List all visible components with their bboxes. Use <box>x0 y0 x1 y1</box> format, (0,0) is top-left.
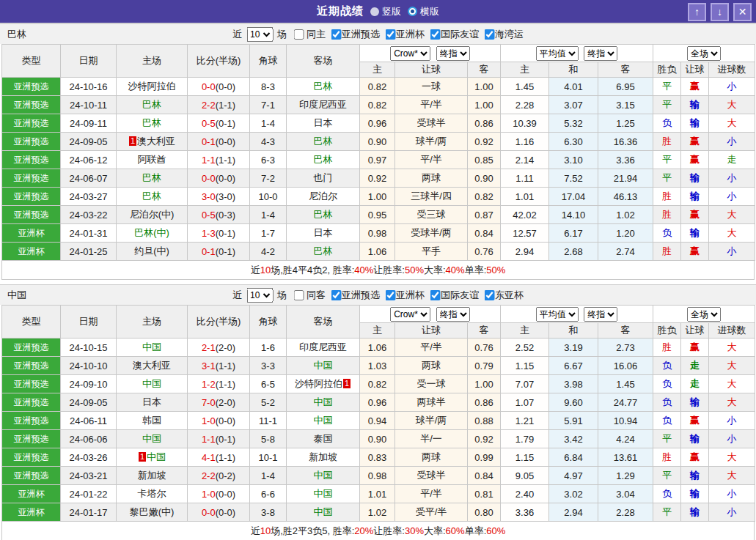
competition-checkbox[interactable] <box>385 290 395 300</box>
match-date-cell: 24-03-26 <box>61 448 117 467</box>
fulltime-score: 2-1 <box>202 342 216 353</box>
sub-header-wdl: 胜负 <box>653 323 681 339</box>
result-goals-cell: 大 <box>709 448 755 467</box>
competition-checkbox[interactable] <box>484 290 494 300</box>
fulltime-score: 0-1 <box>202 246 216 257</box>
match-date-cell: 24-09-10 <box>61 375 117 393</box>
avg-home-odds-cell: 1.15 <box>501 357 549 375</box>
col-header-home: 主场 <box>117 45 188 78</box>
avg-draw-odds-cell: 7.52 <box>549 169 598 188</box>
result-handicap-cell: 输 <box>681 169 709 188</box>
corners-cell: 7-2 <box>250 169 287 188</box>
radio-unselected-icon[interactable] <box>370 7 379 16</box>
competition-type-cell: 亚洲杯 <box>2 224 61 243</box>
avg-draw-odds-cell: 3.42 <box>549 430 598 448</box>
result-wdl-cell: 胜 <box>653 206 681 224</box>
crow-away-odds-cell: 0.90 <box>468 169 501 188</box>
avg-draw-odds-cell: 4.97 <box>549 467 598 485</box>
home-team-cell: 中国 <box>117 375 188 393</box>
away-team-cell: 中国 <box>287 412 360 430</box>
avg-draw-odds-cell: 2.68 <box>549 243 598 261</box>
result-goals-cell: 小 <box>709 78 755 96</box>
period-select[interactable]: 全场 <box>687 307 721 322</box>
sub-header-handicap: 让球 <box>681 323 709 339</box>
odds-stage-select[interactable]: 终指 <box>436 307 470 322</box>
avg-draw-odds-cell: 9.60 <box>549 393 598 412</box>
match-date-cell: 24-09-11 <box>61 114 117 133</box>
odds-stage-select[interactable]: 终指 <box>436 46 470 61</box>
average-select[interactable]: 平均值 <box>536 46 579 61</box>
recent-count-select[interactable]: 10 <box>246 27 273 42</box>
close-button[interactable]: ✕ <box>733 3 752 21</box>
match-date-cell: 24-01-31 <box>61 224 117 243</box>
halftime-score: (0-1) <box>216 434 235 445</box>
crow-away-odds-cell: 0.81 <box>468 485 501 503</box>
home-team-cell: 黎巴嫩(中) <box>117 503 188 522</box>
result-handicap-cell: 输 <box>681 503 709 522</box>
match-row: 亚洲预选 24-03-22 尼泊尔(中) 0-5(0-3) 1-4 巴林 0.9… <box>2 206 755 224</box>
competition-type-cell: 亚洲预选 <box>2 375 61 393</box>
odds-stage-select-2[interactable]: 终指 <box>584 307 617 322</box>
away-team-name: 也门 <box>314 172 333 183</box>
away-team-cell: 中国 <box>287 485 360 503</box>
halftime-score: (1-1) <box>216 379 235 390</box>
result-goals-cell: 小 <box>709 188 755 206</box>
same-venue-checkbox[interactable] <box>293 29 304 40</box>
average-group-header: 平均值 终指 <box>501 45 653 62</box>
result-wdl-cell: 胜 <box>653 188 681 206</box>
odds-stage-select-2[interactable]: 终指 <box>584 46 617 61</box>
recent-prefix-label: 近 <box>232 28 242 41</box>
result-handicap-cell: 输 <box>681 114 709 133</box>
corners-cell: 6-5 <box>250 375 287 393</box>
layout-radio-vertical[interactable]: 竖版 <box>370 5 401 18</box>
competition-checkbox[interactable] <box>331 290 341 300</box>
crow-home-odds-cell: 1.02 <box>360 503 395 522</box>
avg-away-odds-cell: 3.36 <box>598 151 653 169</box>
result-wdl-cell: 胜 <box>653 243 681 261</box>
matches-table: 类型 日期 主场 比分(半场) 角球 客场 Crow* 终指 平均值 终指 <box>1 305 755 522</box>
filter-bar: 近 10 场 同客 亚洲预选 亚洲杯 国际友谊 东亚杯 <box>232 288 524 303</box>
result-wdl-cell: 平 <box>653 151 681 169</box>
score-cell: 1-0(0-0) <box>188 485 250 503</box>
match-row: 亚洲预选 24-10-16 沙特阿拉伯 0-0(0-0) 8-3 巴林 0.82… <box>2 78 755 96</box>
bookmaker-select[interactable]: Crow* <box>390 46 430 61</box>
section-header: 巴林 近 10 场 同主 亚洲预选 亚洲杯 国际友谊 海湾运 <box>0 23 756 44</box>
home-team-name: 黎巴嫩(中) <box>130 506 175 517</box>
competition-checkbox[interactable] <box>331 29 341 40</box>
average-select[interactable]: 平均值 <box>536 307 579 322</box>
layout-radio-horizontal[interactable]: 横版 <box>408 5 439 18</box>
sub-header-crow-line: 让球 <box>395 62 468 78</box>
score-cell: 1-3(0-1) <box>188 224 250 243</box>
match-row: 亚洲预选 24-03-27 巴林 3-0(3-0) 10-0 尼泊尔 1.00 … <box>2 188 755 206</box>
result-goals-cell: 小 <box>709 169 755 188</box>
fulltime-score: 4-1 <box>202 452 216 463</box>
crow-home-odds-cell: 0.96 <box>360 114 395 133</box>
avg-draw-odds-cell: 6.30 <box>549 133 598 151</box>
competition-checkbox[interactable] <box>430 290 440 300</box>
fulltime-score: 1-2 <box>202 379 216 390</box>
home-team-name: 阿联酋 <box>138 154 166 165</box>
competition-checkbox[interactable] <box>484 29 494 40</box>
same-venue-checkbox[interactable] <box>293 290 304 300</box>
competition-checkbox[interactable] <box>385 29 395 40</box>
score-cell: 1-0(0-0) <box>188 412 250 430</box>
competition-type-cell: 亚洲预选 <box>2 393 61 412</box>
match-row: 亚洲预选 24-09-05 1澳大利亚 0-1(0-0) 4-3 巴林 0.90… <box>2 133 755 151</box>
move-down-button[interactable]: ↓ <box>711 3 729 21</box>
away-team-name: 日本 <box>314 117 333 128</box>
halftime-score: (0-1) <box>216 118 235 129</box>
move-up-button[interactable]: ↑ <box>688 3 706 21</box>
period-select[interactable]: 全场 <box>687 46 721 61</box>
home-team-cell: 1中国 <box>117 448 188 467</box>
crow-home-odds-cell: 0.98 <box>360 467 395 485</box>
match-date-cell: 24-03-22 <box>61 206 117 224</box>
rank-badge: 1 <box>129 136 136 146</box>
recent-count-select[interactable]: 10 <box>246 288 273 303</box>
crow-home-odds-cell: 0.83 <box>360 448 395 467</box>
home-team-name: 澳大利亚 <box>133 360 171 371</box>
competition-checkbox[interactable] <box>430 29 440 40</box>
bookmaker-select[interactable]: Crow* <box>390 307 430 322</box>
sub-header-avg-home: 主 <box>501 62 549 78</box>
radio-selected-icon[interactable] <box>408 7 417 16</box>
competition-type-cell: 亚洲预选 <box>2 78 61 96</box>
